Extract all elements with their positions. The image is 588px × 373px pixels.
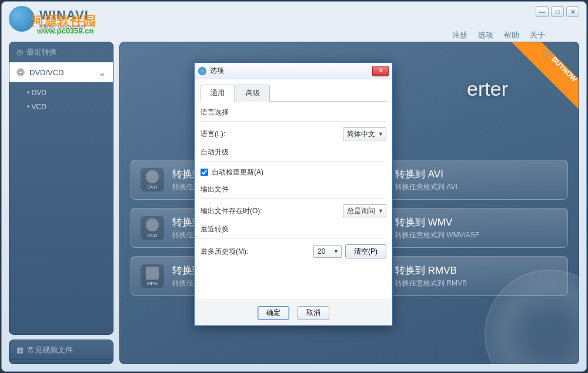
language-select[interactable]: 简体中文 (343, 127, 386, 140)
section-output: 输出文件 (201, 184, 386, 194)
menu-about[interactable]: 关于 (530, 30, 545, 41)
tab-advanced[interactable]: 高级 (236, 85, 270, 102)
menu-options[interactable]: 选项 (478, 30, 493, 41)
sidebar-header-common: ▦ 常见视频文件 (9, 340, 113, 360)
sidebar-header-recent[interactable]: ◷ 最近转换 (9, 42, 113, 62)
card-sub: 转换任意格式到 AVI (395, 182, 457, 192)
section-upgrade: 自动升级 (201, 147, 386, 157)
language-label: 语言(L): (201, 129, 225, 139)
sidebar-recent-label: 最近转换 (26, 47, 57, 58)
cancel-button[interactable]: 取消 (298, 306, 329, 320)
divider (201, 238, 386, 238)
buynow-ribbon[interactable]: 🛒 BUYNOW (508, 42, 579, 113)
card-icon-dvd: DVD (141, 168, 164, 191)
window-controls: — □ ✕ (536, 6, 579, 17)
options-dialog: 选项 ✕ 通用 高级 语言选择 语言(L): 简体中文 自动升级 自动检查更新(… (194, 62, 393, 326)
menu-bar: 注册 选项 帮助 关于 (452, 30, 545, 41)
sidebar-common-label: 常见视频文件 (27, 345, 73, 355)
dialog-icon (198, 67, 206, 75)
sidebar-sub-dvd[interactable]: • DVD (27, 86, 113, 100)
card-sub: 转换任意格式到 WMV/ASF (395, 230, 479, 240)
watermark-url: www.pc0359.cn (37, 26, 93, 35)
max-history-label: 最多历史项(M): (201, 247, 248, 257)
banner-title: erter (467, 78, 508, 100)
card-icon-mpg: MPG (141, 264, 164, 288)
section-language: 语言选择 (201, 107, 386, 117)
ok-button[interactable]: 确定 (258, 306, 289, 320)
dialog-titlebar[interactable]: 选项 ✕ (195, 63, 392, 79)
disc-icon (16, 68, 25, 76)
titlebar: WINAVI Video Converter 河源软件园 www.pc0359.… (2, 2, 586, 36)
card-title: 转换到 AVI (395, 167, 457, 181)
auto-update-checkbox-label[interactable]: 自动检查更新(A) (201, 167, 263, 177)
film-icon: ▦ (16, 345, 24, 354)
dialog-footer: 确定 取消 (195, 300, 392, 325)
sidebar-item-dvdvcd[interactable]: DVD/VCD ⌄ (9, 62, 113, 82)
menu-register[interactable]: 注册 (452, 30, 467, 41)
sidebar-dvdvcd-label: DVD/VCD (29, 68, 64, 77)
maximize-button[interactable]: □ (551, 6, 564, 17)
output-exists-label: 输出文件存在时(O): (201, 206, 262, 216)
auto-update-checkbox[interactable] (201, 169, 208, 176)
max-history-select[interactable]: 20 (313, 245, 342, 258)
tab-general[interactable]: 通用 (201, 85, 235, 102)
sidebar-panel-formats: ◷ 最近转换 DVD/VCD ⌄ • DVD • VCD (9, 42, 113, 335)
card-sub: 转换任意格式到 RMVB (395, 278, 467, 288)
minimize-button[interactable]: — (536, 6, 549, 17)
menu-help[interactable]: 帮助 (504, 30, 519, 41)
sidebar: ◷ 最近转换 DVD/VCD ⌄ • DVD • VCD ▦ (9, 42, 113, 364)
card-title: 转换到 RMVB (395, 264, 467, 277)
sidebar-sublist: • DVD • VCD (9, 82, 113, 120)
dialog-close-button[interactable]: ✕ (372, 66, 389, 76)
card-icon-vcd: VCD (141, 216, 164, 240)
divider (201, 121, 386, 122)
buynow-label: BUYNOW (550, 55, 579, 83)
card-title: 转换到 WMV (395, 216, 479, 229)
output-exists-select[interactable]: 总是询问 (343, 204, 386, 217)
divider (201, 198, 386, 199)
section-recent: 最近转换 (201, 224, 386, 234)
clock-icon: ◷ (16, 48, 23, 56)
dialog-body: 通用 高级 语言选择 语言(L): 简体中文 自动升级 自动检查更新(A) 输出… (195, 79, 392, 300)
sidebar-sub-vcd[interactable]: • VCD (27, 100, 113, 114)
dialog-tabs: 通用 高级 (201, 84, 386, 102)
chevron-down-icon: ⌄ (98, 67, 106, 78)
auto-update-text: 自动检查更新(A) (212, 167, 263, 177)
divider (201, 161, 386, 162)
clear-history-button[interactable]: 清空(P) (345, 244, 386, 258)
dialog-title-text: 选项 (210, 66, 224, 76)
close-button[interactable]: ✕ (566, 6, 579, 17)
sidebar-panel-common[interactable]: ▦ 常见视频文件 (9, 340, 113, 364)
